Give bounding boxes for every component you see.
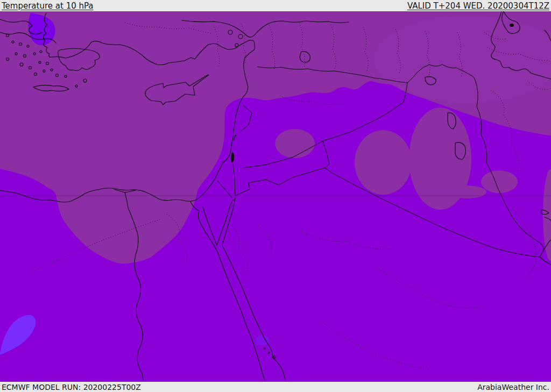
footer-bar: ECMWF MODEL RUN: 20200225T00Z ArabiaWeat… bbox=[0, 382, 551, 392]
map-title: Temperature at 10 hPa bbox=[2, 1, 94, 11]
header-bar: Temperature at 10 hPa VALID T+204 WED. 2… bbox=[0, 0, 551, 11]
temp-shade-blob-iraq bbox=[355, 130, 412, 195]
model-run-label: ECMWF MODEL RUN: 20200225T00Z bbox=[2, 383, 141, 391]
valid-time-label: VALID T+204 WED. 20200304T12Z bbox=[407, 1, 549, 11]
weather-map bbox=[0, 0, 551, 392]
temp-shade-blob-syria bbox=[275, 129, 315, 158]
temp-shade-blob-east2 bbox=[448, 186, 486, 198]
temp-shade-violet-redsea bbox=[256, 335, 270, 346]
weather-map-screenshot: Temperature at 10 hPa VALID T+204 WED. 2… bbox=[0, 0, 551, 392]
credit-label: ArabiaWeather Inc. bbox=[477, 383, 549, 391]
temp-shade-blob-east bbox=[481, 170, 518, 193]
